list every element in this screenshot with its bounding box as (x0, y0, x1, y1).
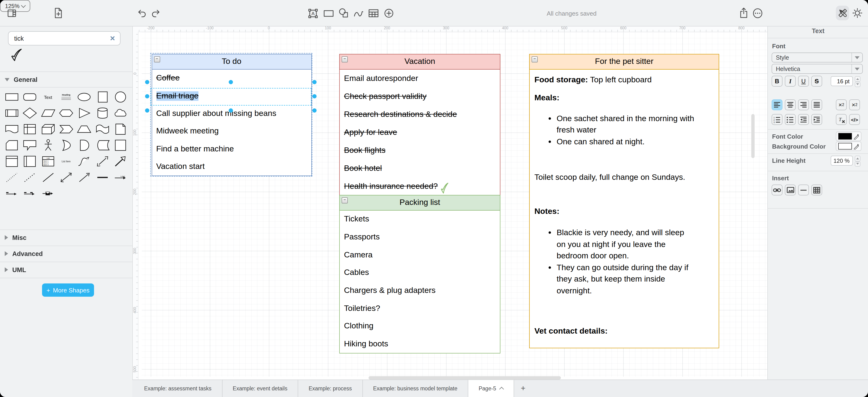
list-item[interactable]: Email triage (152, 87, 311, 105)
list-item[interactable]: Passports (340, 228, 500, 246)
align-right-button[interactable] (798, 100, 809, 110)
selection-handle[interactable] (145, 80, 149, 84)
page-tab[interactable]: Example: business model template (363, 380, 468, 397)
insert-horizontal-rule-button[interactable] (798, 185, 809, 195)
packing-list-shape[interactable]: − Packing list Tickets Passports Camera … (339, 195, 500, 353)
shape-search-input[interactable] (8, 35, 105, 42)
list-item[interactable]: Chargers & plug adapters (340, 282, 500, 300)
shape-note[interactable] (111, 121, 129, 137)
underline-button[interactable]: U (798, 76, 809, 87)
shape-or[interactable] (57, 137, 75, 153)
shape-ellipse[interactable] (75, 89, 93, 105)
pet-sitter-header[interactable]: − For the pet sitter (530, 54, 719, 69)
section-advanced[interactable]: Advanced (0, 246, 132, 261)
selection-handle[interactable] (312, 80, 317, 84)
italic-button[interactable]: I (785, 76, 796, 87)
section-general[interactable]: General (0, 72, 132, 87)
shape-tape[interactable] (93, 121, 112, 137)
shape-internal-storage[interactable] (21, 121, 39, 137)
shape-text[interactable]: Text (39, 89, 57, 105)
shape-and[interactable] (75, 137, 93, 153)
section-misc[interactable]: Misc (0, 230, 132, 245)
shape-square[interactable] (93, 89, 112, 105)
shape-directional-arrow[interactable] (75, 169, 93, 186)
shape-card[interactable] (3, 137, 21, 153)
list-item[interactable]: Find a better machine (152, 140, 311, 158)
shape-trapezoid[interactable] (75, 121, 93, 137)
shape-cylinder[interactable] (93, 105, 112, 121)
collapse-icon[interactable]: − (532, 56, 538, 62)
shape-textbox[interactable]: Heading (57, 89, 75, 105)
line-height-value[interactable]: 120 % (831, 156, 853, 166)
align-left-button[interactable] (772, 100, 782, 110)
vacation-list-header[interactable]: − Vacation (340, 54, 500, 69)
shape-connector-message[interactable] (39, 186, 57, 202)
shape-line[interactable] (39, 169, 57, 186)
list-item[interactable]: Email autoresponder (340, 69, 500, 87)
shape-document[interactable] (3, 121, 21, 137)
shape-bidirectional-arrow[interactable] (93, 153, 112, 169)
list-item[interactable]: Cables (340, 264, 500, 282)
list-item[interactable]: Vacation start (152, 158, 311, 175)
selection-handle[interactable] (228, 80, 233, 84)
shape-dashed-line[interactable] (21, 169, 39, 186)
shape-connector-source[interactable] (3, 186, 21, 202)
clear-search-icon[interactable]: ✕ (105, 34, 120, 42)
shape-search[interactable]: ✕ (8, 31, 121, 46)
shape-actor[interactable] (39, 137, 57, 153)
insert-table-button[interactable] (811, 185, 822, 195)
collapse-icon[interactable]: − (154, 56, 160, 62)
redo-icon[interactable] (151, 8, 161, 18)
insert-image-button[interactable] (785, 185, 796, 195)
shape-parallelogram[interactable] (39, 105, 57, 121)
list-item[interactable]: Call supplier about missing beans (152, 105, 311, 122)
shape-connector-target[interactable] (21, 186, 39, 202)
superscript-button[interactable]: ×2 (849, 100, 860, 110)
font-style-select[interactable]: Style (772, 53, 863, 62)
freehand-tool-icon[interactable] (353, 9, 364, 18)
todo-list-shape[interactable]: − To do Coffee Email triage Call supplie… (151, 54, 312, 176)
shape-double-arrow[interactable] (57, 169, 75, 186)
bullet-list-button[interactable] (785, 114, 796, 125)
shapes-tool-icon[interactable] (338, 7, 349, 19)
selection-handle[interactable] (145, 94, 149, 98)
pet-sitter-shape[interactable]: − For the pet sitter Food storage: Top l… (529, 54, 719, 348)
more-options-icon[interactable] (752, 8, 763, 19)
theme-light-icon[interactable] (852, 7, 863, 19)
pet-sitter-body[interactable]: Food storage: Top left cupboard Meals: O… (530, 69, 719, 347)
packing-list-header[interactable]: − Packing list (340, 195, 500, 210)
vacation-list-shape[interactable]: − Vacation Email autoresponder Check pas… (339, 54, 500, 196)
shape-square-2[interactable] (111, 137, 129, 153)
tab-text[interactable]: Text (768, 27, 868, 34)
list-item[interactable]: Midweek meeting (152, 122, 311, 140)
list-item[interactable]: Toiletries? (340, 300, 500, 317)
vertical-scrollbar[interactable] (751, 114, 754, 158)
todo-list-header[interactable]: − To do (152, 54, 311, 69)
shape-dotted-line[interactable] (3, 169, 21, 186)
numbered-list-button[interactable]: 123 (772, 114, 782, 125)
shape-data-storage[interactable] (93, 137, 112, 153)
selection-handle[interactable] (145, 108, 149, 112)
font-family-select[interactable]: Helvetica (772, 64, 863, 74)
collapse-icon[interactable]: − (342, 197, 348, 203)
list-item[interactable]: Tickets (340, 210, 500, 228)
list-item[interactable]: Coffee (152, 69, 311, 87)
shape-step[interactable] (57, 121, 75, 137)
sketch-mode-toggle[interactable] (836, 6, 849, 20)
shape-rounded-rectangle[interactable] (21, 89, 39, 105)
shape-circle[interactable] (111, 89, 129, 105)
page-tab[interactable]: Example: assessment tasks (134, 380, 222, 397)
shape-container[interactable] (3, 153, 21, 169)
list-item[interactable]: Book hotel (340, 160, 500, 177)
subscript-button[interactable]: ×2 (836, 100, 847, 110)
line-height-stepper[interactable] (855, 156, 861, 166)
shape-thick-line[interactable] (93, 169, 112, 186)
text-tool-icon[interactable]: A (308, 8, 318, 19)
insert-link-button[interactable] (772, 185, 782, 195)
add-page-button[interactable]: + (514, 380, 532, 397)
shape-arrow[interactable] (111, 153, 129, 169)
list-item[interactable]: Hiking boots (340, 335, 500, 353)
page-tab[interactable]: Example: event details (222, 380, 298, 397)
new-page-icon[interactable] (53, 7, 63, 19)
list-item[interactable]: Book flights (340, 141, 500, 160)
